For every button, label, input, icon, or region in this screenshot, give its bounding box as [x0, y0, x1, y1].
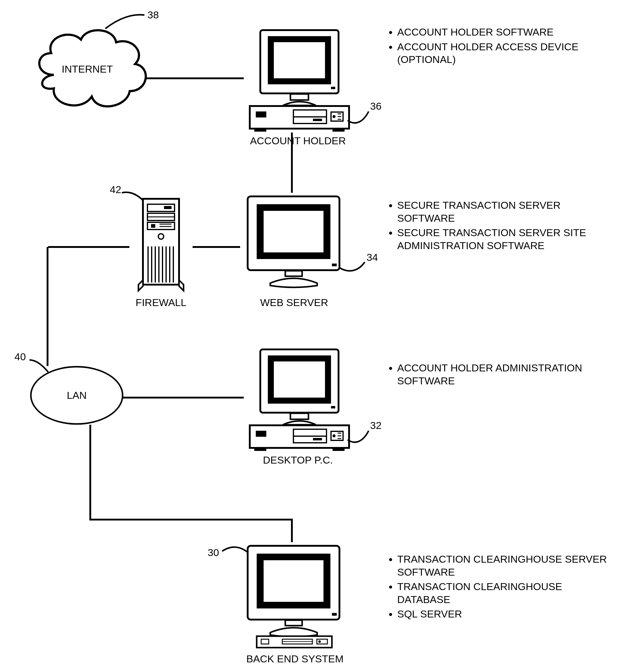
back-end-annotations: TRANSACTION CLEARINGHOUSE SERVER SOFTWAR… — [385, 553, 617, 622]
annotation-item: TRANSACTION CLEARINGHOUSE DATABASE — [397, 580, 617, 606]
back-end-ref: 30 — [208, 547, 219, 558]
annotation-item: TRANSACTION CLEARINGHOUSE SERVER SOFTWAR… — [397, 553, 617, 578]
annotation-item: SQL SERVER — [397, 608, 617, 620]
diagram-canvas: INTERNET 38 ACCOUNT HOLDER 36 — [0, 0, 622, 672]
